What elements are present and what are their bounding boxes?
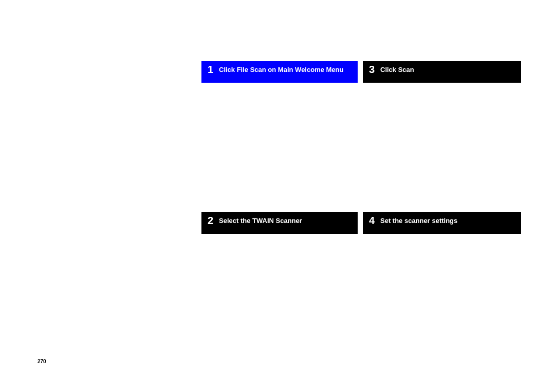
document-page: 1 Click File Scan on Main Welcome Menu 3…	[0, 0, 555, 392]
step-1-header: 1 Click File Scan on Main Welcome Menu	[201, 61, 358, 83]
step-2-number: 2	[201, 212, 219, 226]
step-4-header: 4 Set the scanner settings	[363, 212, 521, 234]
step-4-number: 4	[363, 212, 380, 226]
step-3-title: Click Scan	[380, 61, 414, 74]
step-2-title: Select the TWAIN Scanner	[219, 212, 302, 225]
step-1-title: Click File Scan on Main Welcome Menu	[219, 61, 343, 74]
step-2-header: 2 Select the TWAIN Scanner	[201, 212, 358, 234]
step-4-title: Set the scanner settings	[380, 212, 457, 225]
step-3-header: 3 Click Scan	[363, 61, 521, 83]
step-3-number: 3	[363, 61, 380, 74]
step-1-number: 1	[201, 61, 219, 74]
page-number: 270	[38, 359, 46, 364]
